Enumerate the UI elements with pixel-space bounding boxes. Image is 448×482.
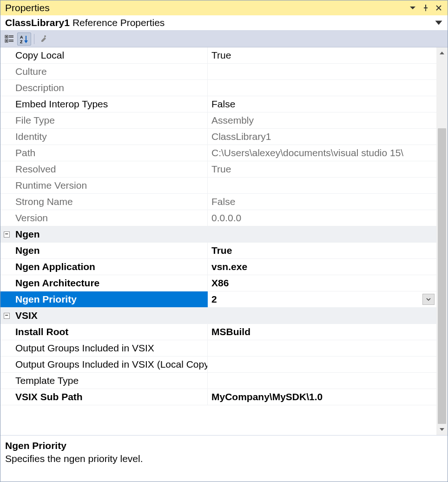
categorized-button[interactable]: [2, 33, 16, 46]
properties-window: Properties ClassLibrary1 Reference Prope…: [0, 0, 448, 482]
property-row[interactable]: Output Groups Included in VSIX: [0, 340, 436, 357]
svg-marker-18: [24, 40, 28, 43]
property-row[interactable]: Embed Interop TypesFalse: [0, 96, 436, 112]
svg-marker-0: [410, 7, 415, 9]
property-row[interactable]: VSIX Sub PathMyCompany\MySDK\1.0: [0, 389, 436, 405]
property-name: Resolved: [13, 161, 208, 177]
row-gutter: [0, 275, 13, 291]
toolbar-separator: [34, 34, 34, 44]
row-gutter: [0, 145, 13, 161]
property-value: [208, 80, 436, 96]
property-value: False: [208, 194, 436, 210]
property-row[interactable]: Output Groups Included in VSIX (Local Co…: [0, 357, 436, 373]
property-row[interactable]: Copy LocalTrue: [0, 47, 436, 64]
property-value: [208, 64, 436, 79]
chevron-down-icon[interactable]: [435, 19, 443, 27]
property-row[interactable]: Version0.0.0.0: [0, 210, 436, 226]
category-row[interactable]: VSIX: [0, 308, 436, 324]
property-value[interactable]: False: [208, 96, 436, 112]
property-row[interactable]: PathC:\Users\alexey\documents\visual stu…: [0, 145, 436, 161]
property-value[interactable]: X86: [208, 275, 436, 291]
property-row[interactable]: Ngen ArchitectureX86: [0, 275, 436, 291]
collapse-icon[interactable]: [4, 313, 10, 319]
row-gutter: [0, 178, 13, 193]
svg-marker-19: [440, 52, 444, 54]
property-name: Description: [13, 80, 208, 96]
svg-marker-20: [440, 428, 444, 431]
category-name: VSIX: [13, 308, 208, 324]
titlebar: Properties: [0, 0, 448, 15]
row-gutter[interactable]: [0, 226, 13, 242]
property-pages-button[interactable]: [37, 33, 51, 46]
scroll-down-icon[interactable]: [436, 424, 448, 435]
property-row[interactable]: Runtime Version: [0, 178, 436, 194]
svg-marker-6: [435, 21, 442, 25]
property-name: Install Root: [13, 324, 208, 340]
property-row[interactable]: Ngen Applicationvsn.exe: [0, 259, 436, 275]
property-name: Copy Local: [13, 47, 208, 63]
property-row[interactable]: NgenTrue: [0, 243, 436, 259]
property-name: Template Type: [13, 373, 208, 389]
property-name: Ngen Architecture: [13, 275, 208, 291]
property-value[interactable]: True: [208, 243, 436, 258]
property-name: Ngen: [13, 243, 208, 258]
svg-rect-12: [6, 40, 7, 41]
property-name: Version: [13, 210, 208, 226]
property-value[interactable]: MyCompany\MySDK\1.0: [208, 389, 436, 405]
property-row[interactable]: ResolvedTrue: [0, 161, 436, 178]
alphabetical-button[interactable]: A Z: [17, 33, 31, 46]
row-gutter: [0, 259, 13, 275]
svg-rect-2: [424, 7, 428, 8]
row-gutter: [0, 389, 13, 405]
property-value[interactable]: True: [208, 47, 436, 63]
category-row[interactable]: Ngen: [0, 226, 436, 243]
property-row[interactable]: IdentityClassLibrary1: [0, 129, 436, 145]
property-value[interactable]: [208, 373, 436, 389]
collapse-icon[interactable]: [4, 231, 10, 238]
property-row[interactable]: Install RootMSBuild: [0, 324, 436, 340]
property-name: Identity: [13, 129, 208, 145]
row-gutter: [0, 243, 13, 258]
property-value[interactable]: [208, 340, 436, 356]
category-value: [208, 308, 436, 324]
property-row[interactable]: File TypeAssembly: [0, 112, 436, 129]
property-value[interactable]: [208, 357, 436, 372]
scrollbar-thumb[interactable]: [438, 128, 446, 424]
property-row[interactable]: Ngen Priority2: [0, 291, 436, 308]
property-name: Ngen Priority: [13, 291, 208, 307]
property-value: ClassLibrary1: [208, 129, 436, 145]
window-menu-icon[interactable]: [408, 3, 418, 13]
row-gutter: [0, 96, 13, 112]
property-name: Strong Name: [13, 194, 208, 210]
property-grid: Copy LocalTrueCultureDescriptionEmbed In…: [0, 47, 436, 435]
property-row[interactable]: Strong NameFalse: [0, 194, 436, 210]
property-row[interactable]: Description: [0, 80, 436, 96]
category-name: Ngen: [13, 226, 208, 242]
category-value: [208, 226, 436, 242]
pin-icon[interactable]: [421, 3, 431, 13]
row-gutter: [0, 210, 13, 226]
property-value[interactable]: 2: [208, 291, 436, 307]
svg-text:A: A: [20, 35, 23, 40]
property-name: Output Groups Included in VSIX (Local Co…: [13, 357, 208, 372]
svg-rect-8: [6, 36, 7, 37]
property-value: [208, 178, 436, 193]
dropdown-button[interactable]: [422, 294, 435, 305]
scroll-up-icon[interactable]: [436, 47, 448, 59]
property-value[interactable]: vsn.exe: [208, 259, 436, 275]
vertical-scrollbar[interactable]: [436, 47, 448, 435]
close-icon[interactable]: [434, 3, 444, 13]
row-gutter: [0, 112, 13, 128]
scrollbar-track[interactable]: [436, 59, 448, 424]
property-value: C:\Users\alexey\documents\visual studio …: [208, 145, 436, 161]
property-row[interactable]: Template Type: [0, 373, 436, 389]
object-selector[interactable]: ClassLibrary1 Reference Properties: [0, 15, 448, 31]
row-gutter: [0, 324, 13, 340]
property-value[interactable]: MSBuild: [208, 324, 436, 340]
row-gutter: [0, 64, 13, 79]
row-gutter[interactable]: [0, 308, 13, 324]
property-row[interactable]: Culture: [0, 64, 436, 80]
property-name: Culture: [13, 64, 208, 79]
svg-text:Z: Z: [20, 40, 23, 44]
property-name: VSIX Sub Path: [13, 389, 208, 405]
